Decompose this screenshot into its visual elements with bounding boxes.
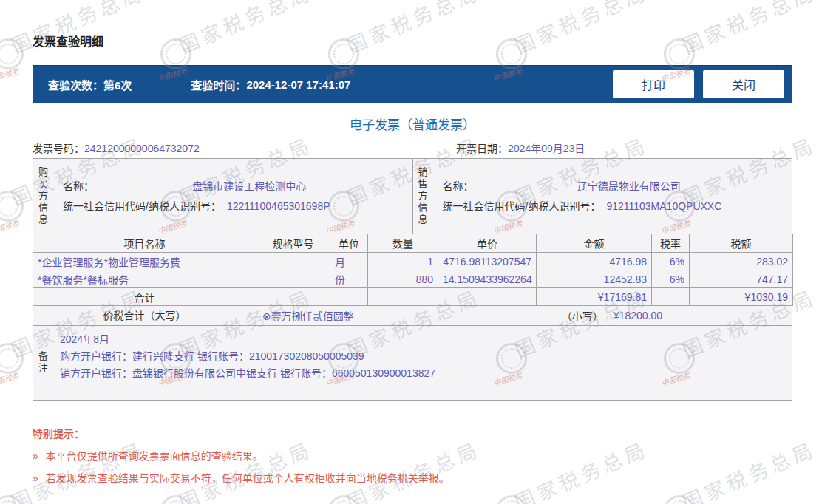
tax-emblem-icon [0, 38, 24, 69]
party-info-box: 购买方信息 名称： 盘锦市建设工程检测中心 统一社会信用代码/纳税人识别号： 1… [33, 158, 792, 234]
total-tax-value: ¥1030.19 [690, 288, 793, 306]
total-price-empty [438, 288, 537, 306]
watermark-subtext: 中国税务 [0, 217, 20, 236]
col-header-tax: 税额 [690, 234, 793, 253]
remarks-box: 备注 2024年8月购方开户银行：建行兴隆支行 银行账号：21001730208… [33, 325, 792, 401]
items-header-row: 项目名称 规格型号 单位 数量 单价 金额 税率 税额 [33, 234, 793, 253]
item-cell-unit: 份 [330, 270, 368, 288]
item-cell-tax-rate: 6% [652, 253, 690, 270]
total-spec-empty [256, 288, 330, 306]
col-header-spec: 规格型号 [256, 234, 330, 253]
item-cell-spec [256, 253, 330, 270]
special-notice-title: 特别提示： [33, 427, 792, 440]
invoice-date-group: 开票日期：2024年09月23日 [456, 140, 585, 157]
notice-bullet-icon: » [33, 449, 38, 463]
item-cell-qty: 880 [368, 270, 438, 288]
buyer-info: 名称： 盘锦市建设工程检测中心 统一社会信用代码/纳税人识别号： 1221110… [52, 159, 413, 234]
tax-emblem-icon [664, 495, 695, 504]
col-header-tax-rate: 税率 [652, 234, 690, 253]
buyer-taxid-label: 统一社会信用代码/纳税人识别号： [63, 199, 221, 214]
grand-total-uppercase: ⊗壹万捌仟贰佰圆整 [262, 308, 354, 323]
seller-name-row: 名称： 辽宁德晟物业有限公司 [443, 179, 785, 194]
seller-name-label: 名称： [443, 179, 474, 194]
buyer-taxid-row: 统一社会信用代码/纳税人识别号： 12211100465301698P [63, 199, 405, 214]
grand-total-label: 价税合计（大写） [33, 306, 256, 325]
invoice-number-label: 发票号码： [33, 143, 84, 154]
special-notice: 特别提示： »本平台仅提供所查询发票票面信息的查验结果。»若发现发票查验结果与实… [33, 427, 792, 485]
col-header-amount: 金额 [537, 234, 652, 253]
tax-emblem-icon [496, 495, 527, 504]
total-amount-value: ¥17169.81 [537, 288, 652, 306]
col-header-item-name: 项目名称 [33, 234, 256, 253]
tax-emblem-icon [0, 495, 24, 504]
buyer-taxid-value: 12211100465301698P [227, 199, 330, 214]
line-items-table: 项目名称 规格型号 单位 数量 单价 金额 税率 税额 *企业管理服务*物业管理… [33, 234, 793, 306]
total-qty-empty [368, 288, 438, 306]
item-row: *餐饮服务*餐标服务份88014.150943396226412452.836%… [33, 270, 793, 288]
special-notice-list: »本平台仅提供所查询发票票面信息的查验结果。»若发现发票查验结果与实际交易不符，… [33, 449, 792, 485]
invoice-date-value: 2024年09月23日 [508, 143, 585, 154]
page-title: 发票查验明细 [33, 0, 792, 50]
grand-total-values: ⊗壹万捌仟贰佰圆整 （小写） ¥18200.00 [256, 306, 792, 325]
item-cell-amount: 4716.98 [537, 253, 652, 270]
item-cell-price: 14.1509433962264 [438, 270, 537, 288]
buyer-section-label: 购买方信息 [33, 159, 52, 234]
invoice-number-row: 发票号码：24212000000064732072 开票日期：2024年09月2… [33, 140, 792, 157]
tax-emblem-icon [160, 495, 191, 504]
items-total-row: 合计 ¥17169.81 ¥1030.19 [33, 288, 793, 306]
item-cell-name: *餐饮服务*餐标服务 [33, 270, 256, 288]
seller-section-label: 销售方信息 [413, 159, 432, 234]
remarks-section-label: 备注 [33, 326, 52, 400]
notice-bullet-icon: » [33, 471, 38, 485]
buyer-name-label: 名称： [63, 179, 94, 194]
col-header-unit-price: 单价 [438, 234, 537, 253]
notice-item: »本平台仅提供所查询发票票面信息的查验结果。 [33, 449, 792, 463]
invoice-number-value: 24212000000064732072 [84, 143, 200, 154]
close-button[interactable]: 关闭 [703, 70, 784, 98]
item-cell-unit: 月 [330, 253, 368, 270]
invoice-type-title: 电子发票（普通发票） [33, 118, 792, 133]
notice-text: 若发现发票查验结果与实际交易不符，任何单位或个人有权拒收并向当地税务机关举报。 [46, 471, 449, 485]
invoice-verification-page: 发票查验明细 查验次数： 第6次 查验时间： 2024-12-07 17:41:… [0, 0, 819, 504]
remark-line: 2024年8月 [60, 331, 784, 348]
notice-text: 本平台仅提供所查询发票票面信息的查验结果。 [46, 449, 263, 463]
col-header-qty: 数量 [368, 234, 438, 253]
remarks-content: 2024年8月购方开户银行：建行兴隆支行 银行账号：21001730208050… [52, 326, 792, 400]
item-cell-name: *企业管理服务*物业管理服务费 [33, 253, 256, 270]
item-cell-price: 4716.98113207547 [438, 253, 537, 270]
item-cell-tax: 747.17 [690, 270, 793, 288]
item-cell-qty: 1 [368, 253, 438, 270]
col-header-unit: 单位 [330, 234, 368, 253]
total-unit-empty [330, 288, 368, 306]
invoice-date-label: 开票日期： [456, 143, 508, 154]
seller-taxid-value: 91211103MA10QPUXXC [606, 199, 721, 214]
seller-name-value: 辽宁德晟物业有限公司 [474, 179, 785, 194]
grand-total-row: 价税合计（大写） ⊗壹万捌仟贰佰圆整 （小写） ¥18200.00 [33, 305, 792, 326]
check-time-value: 2024-12-07 17:41:07 [246, 78, 350, 91]
total-rate-empty [652, 288, 690, 306]
remark-line: 购方开户银行：建行兴隆支行 银行账号：21001730208050005039 [60, 348, 784, 365]
seller-taxid-row: 统一社会信用代码/纳税人识别号： 91211103MA10QPUXXC [443, 199, 785, 214]
seller-info: 名称： 辽宁德晟物业有限公司 统一社会信用代码/纳税人识别号： 91211103… [432, 159, 792, 234]
check-count-value: 第6次 [103, 77, 132, 92]
print-button[interactable]: 打印 [613, 70, 694, 98]
tax-emblem-icon [0, 191, 24, 222]
grand-total-lowercase-value: ¥18200.00 [614, 310, 662, 321]
item-cell-spec [256, 270, 330, 288]
item-cell-tax-rate: 6% [652, 270, 690, 288]
watermark-subtext: 中国税务 [0, 65, 20, 84]
check-time-label: 查验时间： [191, 77, 246, 92]
buyer-name-row: 名称： 盘锦市建设工程检测中心 [63, 179, 405, 194]
check-count-label: 查验次数： [48, 77, 103, 92]
buyer-name-value: 盘锦市建设工程检测中心 [94, 179, 405, 194]
tax-emblem-icon [0, 343, 24, 374]
item-row: *企业管理服务*物业管理服务费月14716.981132075474716.98… [33, 253, 793, 270]
verification-toolbar: 查验次数： 第6次 查验时间： 2024-12-07 17:41:07 打印 关… [33, 65, 792, 103]
seller-taxid-label: 统一社会信用代码/纳税人识别号： [443, 199, 601, 214]
total-label: 合计 [33, 288, 256, 306]
remark-line: 销方开户银行：盘锦银行股份有限公司中银支行 银行账号：6600501309000… [60, 365, 784, 382]
watermark-subtext: 中国税务 [0, 370, 20, 388]
tax-emblem-icon [328, 495, 359, 504]
grand-total-lowercase-label: （小写） [562, 308, 603, 323]
notice-item: »若发现发票查验结果与实际交易不符，任何单位或个人有权拒收并向当地税务机关举报。 [33, 471, 792, 485]
